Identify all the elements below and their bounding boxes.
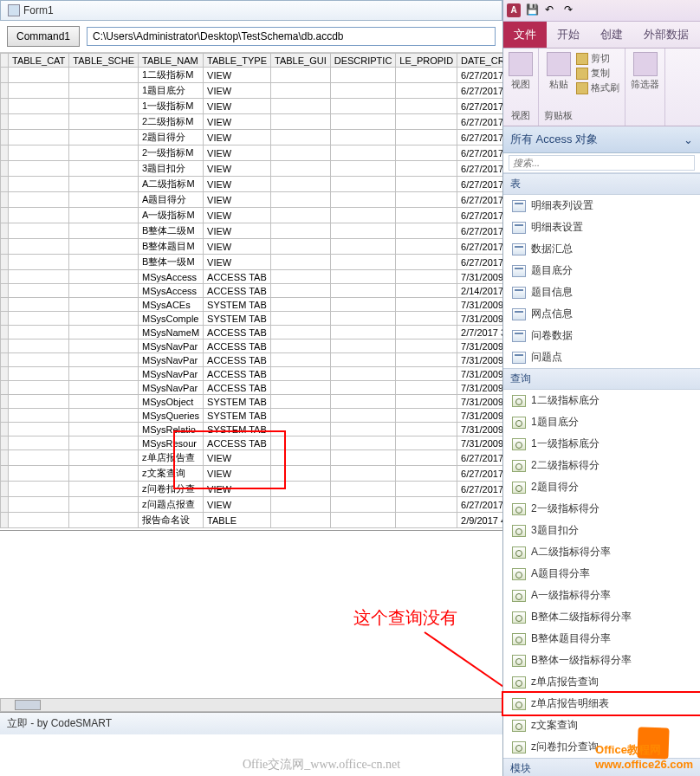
tab-external[interactable]: 外部数据 <box>633 22 699 48</box>
table-row[interactable]: MSysNavParACCESS TAB7/31/2009 <box>1 340 503 353</box>
table-row[interactable]: 1一级指标MVIEW6/27/2017 <box>1 99 503 114</box>
table-row[interactable]: 3题目扣分VIEW6/27/2017 <box>1 161 503 177</box>
nav-query-item[interactable]: A一级指标得分率 <box>503 585 700 606</box>
quick-access-toolbar: A 💾 ↶ ↷ <box>503 0 700 22</box>
filter-icon <box>633 52 658 76</box>
table-row[interactable]: z单店报告查VIEW6/27/2017 <box>1 450 503 466</box>
search-input[interactable] <box>509 155 695 171</box>
nav-table-item[interactable]: 明细表设置 <box>503 217 700 238</box>
chevron-down-icon[interactable]: ⌄ <box>684 133 693 146</box>
nav-query-item[interactable]: z文案查询 <box>503 715 700 736</box>
table-row[interactable]: MSysACEsSYSTEM TAB7/31/2009 <box>1 298 503 312</box>
form-title-text: Form1 <box>23 4 54 16</box>
nav-query-item[interactable]: 1二级指标底分 <box>503 390 700 411</box>
scrollbar-thumb[interactable] <box>15 700 41 710</box>
filter-button[interactable]: 筛选器 <box>631 52 659 91</box>
query-icon <box>512 546 526 559</box>
table-row[interactable]: MSysQueriesSYSTEM TAB7/31/2009 <box>1 409 503 423</box>
nav-query-item[interactable]: A题目得分率 <box>503 563 700 585</box>
path-input[interactable] <box>87 27 496 46</box>
access-app-icon: A <box>507 3 521 17</box>
nav-query-item[interactable]: 2二级指标得分 <box>503 455 700 476</box>
table-row[interactable]: 报告命名设TABLE2/9/2017 4 <box>1 513 503 528</box>
table-row[interactable]: 2题目得分VIEW6/27/2017 <box>1 130 503 146</box>
table-row[interactable]: 1二级指标MVIEW6/27/2017 <box>1 68 503 83</box>
tab-file[interactable]: 文件 <box>503 22 547 48</box>
table-row[interactable]: MSysNameMACCESS TAB2/7/2017 3 <box>1 326 503 340</box>
save-icon[interactable]: 💾 <box>526 3 540 17</box>
nav-query-item[interactable]: A二级指标得分率 <box>503 541 700 563</box>
nav-category-tables[interactable]: 表 <box>503 173 700 195</box>
table-row[interactable]: MSysAccessACCESS TAB2/14/2017 <box>1 284 503 298</box>
nav-table-item[interactable]: 数据汇总 <box>503 238 700 260</box>
nav-query-item[interactable]: 2题目得分 <box>503 476 700 498</box>
table-row[interactable]: MSysNavParACCESS TAB7/31/2009 <box>1 381 503 395</box>
column-header[interactable]: DESCRIPTIC <box>330 54 396 68</box>
data-grid[interactable]: TABLE_CATTABLE_SCHETABLE_NAMTABLE_TYPETA… <box>0 53 502 528</box>
nav-query-item[interactable]: B整体二级指标得分率 <box>503 606 700 628</box>
table-row[interactable]: A题目得分VIEW6/27/2017 <box>1 192 503 208</box>
nav-search <box>503 153 700 173</box>
table-row[interactable]: 1题目底分VIEW6/27/2017 <box>1 83 503 99</box>
tab-create[interactable]: 创建 <box>590 22 633 48</box>
table-row[interactable]: 2二级指标MVIEW6/27/2017 <box>1 114 503 130</box>
redo-icon[interactable]: ↷ <box>564 3 578 17</box>
query-icon <box>512 417 526 429</box>
table-row[interactable]: MSysObjectSYSTEM TAB7/31/2009 <box>1 395 503 409</box>
nav-table-item[interactable]: 网点信息 <box>503 303 700 325</box>
nav-query-item[interactable]: 3题目扣分 <box>503 520 700 541</box>
table-row[interactable]: 2一级指标MVIEW6/27/2017 <box>1 146 503 161</box>
table-row[interactable]: MSysAccessACCESS TAB7/31/2009 <box>1 270 503 284</box>
table-row[interactable]: A二级指标MVIEW6/27/2017 <box>1 177 503 192</box>
nav-query-item[interactable]: z单店报告明细表 <box>502 691 700 716</box>
command1-button[interactable]: Command1 <box>7 26 80 47</box>
table-row[interactable]: A一级指标MVIEW6/27/2017 <box>1 208 503 223</box>
column-header[interactable]: TABLE_NAM <box>139 54 204 68</box>
table-row[interactable]: z文案查询VIEW6/27/2017 <box>1 466 503 482</box>
table-row[interactable]: B整体一级MVIEW6/27/2017 <box>1 255 503 270</box>
copy-button[interactable]: 复制 <box>576 67 619 80</box>
format-painter-button[interactable]: 格式刷 <box>576 81 619 94</box>
nav-table-item[interactable]: 题目信息 <box>503 281 700 303</box>
table-icon <box>512 287 526 299</box>
cut-button[interactable]: 剪切 <box>576 52 619 65</box>
column-header[interactable]: TABLE_TYPE <box>204 54 271 68</box>
column-header[interactable]: TABLE_CAT <box>9 54 69 68</box>
column-header[interactable]: LE_PROPID <box>396 54 457 68</box>
table-row[interactable]: B整体题目MVIEW6/27/2017 <box>1 239 503 255</box>
nav-table-item[interactable]: 问卷数据 <box>503 325 700 346</box>
undo-icon[interactable]: ↶ <box>545 3 559 17</box>
nav-query-item[interactable]: 2一级指标得分 <box>503 498 700 520</box>
nav-category-queries[interactable]: 查询 <box>503 368 700 390</box>
nav-query-item[interactable]: 1一级指标底分 <box>503 433 700 455</box>
nav-query-item[interactable]: 1题目底分 <box>503 411 700 433</box>
tab-home[interactable]: 开始 <box>547 22 590 48</box>
table-row[interactable]: MSysRelatioSYSTEM TAB7/31/2009 <box>1 423 503 436</box>
nav-pane-header[interactable]: 所有 Access 对象 ⌄ <box>503 126 700 153</box>
table-row[interactable]: z问题点报查VIEW6/27/2017 <box>1 497 503 513</box>
query-icon <box>512 676 526 689</box>
column-header[interactable]: DATE_CRE <box>457 54 502 68</box>
horizontal-scrollbar[interactable] <box>0 698 502 712</box>
nav-table-item[interactable]: 问题点 <box>503 346 700 368</box>
nav-query-item[interactable]: B整体一级指标得分率 <box>503 650 700 671</box>
view-button[interactable]: 视图 <box>509 52 533 91</box>
query-icon <box>512 438 526 450</box>
nav-query-item[interactable]: B整体题目得分率 <box>503 628 700 650</box>
table-icon <box>512 352 526 364</box>
table-row[interactable]: MSysCompleSYSTEM TAB7/31/2009 <box>1 312 503 326</box>
form-titlebar: Form1 <box>0 0 502 21</box>
paste-button[interactable]: 粘贴 <box>547 52 571 91</box>
nav-query-item[interactable]: z单店报告查询 <box>503 671 700 693</box>
table-row[interactable]: MSysNavParACCESS TAB7/31/2009 <box>1 353 503 367</box>
table-row[interactable]: MSysNavParACCESS TAB7/31/2009 <box>1 367 503 381</box>
table-row[interactable]: MSysResourACCESS TAB7/31/2009 <box>1 436 503 450</box>
nav-table-item[interactable]: 明细表列设置 <box>503 195 700 217</box>
table-row[interactable]: B整体二级MVIEW6/27/2017 <box>1 223 503 239</box>
nav-table-item[interactable]: 题目底分 <box>503 260 700 281</box>
query-icon <box>512 482 526 494</box>
table-row[interactable]: z问卷扣分查VIEW6/27/2017 <box>1 482 503 497</box>
view-icon <box>509 52 533 76</box>
column-header[interactable]: TABLE_SCHE <box>69 54 139 68</box>
column-header[interactable]: TABLE_GUI <box>270 54 330 68</box>
